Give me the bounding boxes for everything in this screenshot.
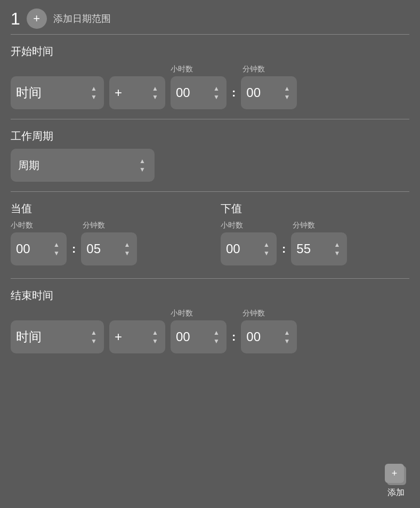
next-minutes-picker[interactable]: 55 ▲ ▼	[291, 232, 347, 265]
start-hours-up[interactable]: ▲	[212, 85, 221, 92]
plus-icon: +	[33, 12, 40, 26]
end-hours-up[interactable]: ▲	[212, 329, 221, 336]
end-time-section: 结束时间 小时数 分钟数 时间 ▲ ▼ +	[11, 288, 409, 353]
work-period-label: 工作周期	[11, 129, 409, 143]
next-hours-value: 00	[226, 241, 240, 256]
start-hours-arrows: ▲ ▼	[212, 85, 221, 101]
end-time-value: 时间	[16, 328, 42, 345]
bottom-add-button[interactable]: + 添加	[385, 464, 407, 498]
current-hours-sublabel: 小时数	[11, 221, 33, 229]
next-time-row: 00 ▲ ▼ : 55 ▲ ▼	[221, 232, 409, 265]
start-time-label: 开始时间	[11, 44, 409, 59]
date-range-label: 添加日期范围	[53, 12, 111, 25]
start-minutes-picker[interactable]: 00 ▲ ▼	[241, 76, 297, 109]
start-hours-down[interactable]: ▼	[212, 93, 221, 101]
period-value: 周期	[18, 158, 39, 173]
end-plus-value: +	[115, 329, 122, 344]
current-hours-value: 00	[16, 241, 30, 256]
period-arrows: ▲ ▼	[138, 157, 147, 173]
current-hours-up[interactable]: ▲	[52, 241, 61, 248]
end-time-row: 时间 ▲ ▼ + ▲ ▼ 00 ▲ ▼ :	[11, 320, 409, 353]
current-minutes-down[interactable]: ▼	[122, 249, 132, 257]
end-hours-down[interactable]: ▼	[212, 337, 221, 345]
start-minutes-sublabel: 分钟数	[243, 64, 265, 73]
top-row: 1 + 添加日期范围	[11, 9, 409, 29]
add-icon-front: +	[385, 464, 404, 483]
period-up[interactable]: ▲	[138, 157, 147, 165]
end-plus-arrows: ▲ ▼	[150, 329, 160, 345]
end-plus-up[interactable]: ▲	[150, 329, 160, 336]
end-minutes-picker[interactable]: 00 ▲ ▼	[241, 320, 297, 353]
start-hours-picker[interactable]: 00 ▲ ▼	[171, 76, 227, 109]
end-hours-picker[interactable]: 00 ▲ ▼	[171, 320, 227, 353]
start-divider	[11, 119, 409, 119]
add-label: 添加	[387, 487, 405, 498]
end-plus-down[interactable]: ▼	[150, 337, 160, 345]
add-date-range-button[interactable]: +	[27, 9, 47, 29]
end-time-picker[interactable]: 时间 ▲ ▼	[11, 320, 104, 353]
start-colon: :	[232, 86, 236, 100]
start-time-picker[interactable]: 时间 ▲ ▼	[11, 76, 104, 109]
period-down[interactable]: ▼	[138, 166, 147, 173]
end-divider	[11, 278, 409, 279]
current-minutes-picker[interactable]: 05 ▲ ▼	[81, 232, 137, 265]
end-hours-arrows: ▲ ▼	[212, 329, 221, 345]
start-time-up[interactable]: ▲	[89, 85, 99, 92]
current-hours-arrows: ▲ ▼	[52, 241, 61, 257]
start-minutes-value: 00	[246, 85, 261, 100]
next-colon: :	[282, 242, 286, 256]
next-hours-up[interactable]: ▲	[262, 241, 271, 248]
current-hours-down[interactable]: ▼	[52, 249, 61, 257]
next-value-col: 下值 小时数 分钟数 00 ▲ ▼	[221, 201, 409, 269]
add-plus-icon: +	[392, 468, 398, 479]
start-plus-value: +	[115, 85, 122, 100]
current-minutes-arrows: ▲ ▼	[122, 241, 132, 257]
next-minutes-sublabel: 分钟数	[293, 221, 315, 229]
end-time-label: 结束时间	[11, 288, 409, 303]
two-col-layout: 当值 小时数 分钟数 00 ▲ ▼	[11, 201, 409, 269]
end-minutes-sublabel: 分钟数	[243, 309, 265, 317]
end-time-down[interactable]: ▼	[89, 337, 99, 345]
next-hours-down[interactable]: ▼	[262, 249, 271, 257]
end-minutes-arrows: ▲ ▼	[282, 329, 292, 345]
current-time-row: 00 ▲ ▼ : 05 ▲ ▼	[11, 232, 199, 265]
end-hours-sublabel: 小时数	[171, 309, 193, 317]
end-minutes-down[interactable]: ▼	[282, 337, 292, 345]
end-time-up[interactable]: ▲	[89, 329, 99, 336]
period-divider	[11, 191, 409, 192]
period-dropdown[interactable]: 周期 ▲ ▼	[11, 149, 155, 182]
current-hours-picker[interactable]: 00 ▲ ▼	[11, 232, 67, 265]
next-hours-picker[interactable]: 00 ▲ ▼	[221, 232, 277, 265]
start-time-section: 开始时间 小时数 分钟数 时间 ▲ ▼ +	[11, 44, 409, 109]
start-hours-value: 00	[176, 85, 190, 100]
end-hours-value: 00	[176, 329, 190, 344]
start-time-value: 时间	[16, 84, 42, 101]
start-plus-up[interactable]: ▲	[150, 85, 160, 92]
start-plus-arrows: ▲ ▼	[150, 85, 160, 101]
start-time-arrows: ▲ ▼	[89, 85, 99, 101]
current-minutes-up[interactable]: ▲	[122, 241, 132, 248]
current-minutes-sublabel: 分钟数	[83, 221, 105, 229]
next-value-title: 下值	[221, 201, 409, 216]
end-minutes-up[interactable]: ▲	[282, 329, 292, 336]
end-plus-picker[interactable]: + ▲ ▼	[109, 320, 165, 353]
start-minutes-arrows: ▲ ▼	[282, 85, 292, 101]
start-minutes-up[interactable]: ▲	[282, 85, 292, 92]
start-plus-down[interactable]: ▼	[150, 93, 160, 101]
top-divider	[11, 34, 409, 35]
step-number: 1	[11, 10, 20, 27]
current-minutes-value: 05	[86, 241, 101, 256]
end-minutes-value: 00	[246, 329, 261, 344]
next-minutes-arrows: ▲ ▼	[332, 241, 342, 257]
next-hours-arrows: ▲ ▼	[262, 241, 271, 257]
current-colon: :	[72, 242, 76, 256]
next-minutes-down[interactable]: ▼	[332, 249, 342, 257]
next-hours-sublabel: 小时数	[221, 221, 243, 229]
start-hours-sublabel: 小时数	[171, 64, 193, 73]
start-plus-picker[interactable]: + ▲ ▼	[109, 76, 165, 109]
start-time-down[interactable]: ▼	[89, 93, 99, 101]
start-minutes-down[interactable]: ▼	[282, 93, 292, 101]
work-period-section: 工作周期 周期 ▲ ▼	[11, 129, 409, 182]
current-value-title: 当值	[11, 201, 199, 216]
next-minutes-up[interactable]: ▲	[332, 241, 342, 248]
